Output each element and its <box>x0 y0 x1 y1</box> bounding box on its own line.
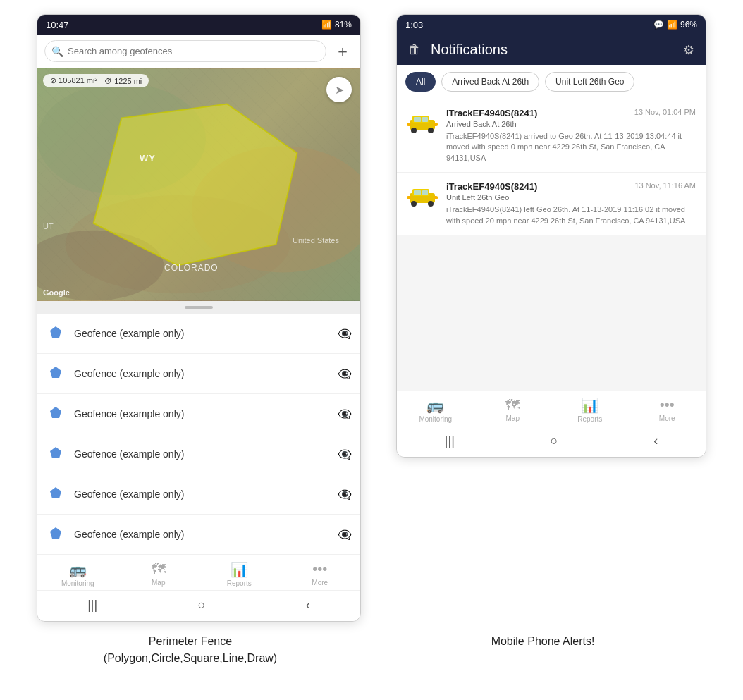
left-status-bar: 10:47 📶 81% <box>37 15 360 35</box>
svg-rect-19 <box>434 123 438 126</box>
android-menu-btn-r[interactable]: ||| <box>431 432 469 450</box>
visibility-icon[interactable]: 👁️‍🗨️ <box>338 528 352 541</box>
visibility-icon[interactable]: 👁️‍🗨️ <box>338 448 352 461</box>
map-label-wy: WY <box>140 153 156 164</box>
nav-item-right-more[interactable]: ••• More <box>646 397 688 423</box>
nav-label: Reports <box>577 415 602 423</box>
geo-shape-icon <box>46 364 66 383</box>
notif-item-body: iTrackEF4940S(8241) left Geo 26th. At 11… <box>446 204 696 226</box>
android-nav-right: ||| ○ ‹ <box>397 426 706 457</box>
right-time: 1:03 <box>405 20 423 30</box>
notif-item[interactable]: iTrackEF4940S(8241) 13 Nov, 01:04 PM Arr… <box>397 99 706 173</box>
notif-item-body: iTrackEF4940S(8241) arrived to Geo 26th.… <box>446 131 696 164</box>
geo-shape-icon <box>46 324 66 343</box>
notif-content: iTrackEF4940S(8241) 13 Nov, 01:04 PM Arr… <box>446 108 696 164</box>
settings-icon[interactable]: ⚙ <box>683 42 694 58</box>
battery-right: 96% <box>680 20 697 30</box>
delete-icon[interactable]: 🗑 <box>408 42 421 57</box>
car-icon <box>407 186 438 207</box>
android-home-btn[interactable]: ○ <box>184 596 220 614</box>
map-area-stat: ⊘ 105821 mi² <box>50 76 97 85</box>
geofence-list: Geofence (example only) 👁️‍🗨️ Geofence (… <box>37 314 360 555</box>
geo-shape-icon <box>46 404 66 424</box>
wifi-icon: 📶 <box>321 20 332 30</box>
left-phone: 10:47 📶 81% 🔍 ＋ <box>37 14 361 622</box>
nav-icon: ••• <box>660 397 675 413</box>
android-back-btn[interactable]: ‹ <box>292 596 324 614</box>
geo-item-name: Geofence (example only) <box>74 328 329 339</box>
notif-title: Notifications <box>431 42 673 58</box>
wifi-icon-right: 📶 <box>667 20 677 30</box>
svg-marker-8 <box>50 407 61 418</box>
geo-list-item[interactable]: Geofence (example only) 👁️‍🗨️ <box>37 434 360 474</box>
notif-item[interactable]: iTrackEF4940S(8241) 13 Nov, 11:16 AM Uni… <box>397 173 706 235</box>
notif-empty-area <box>397 235 706 391</box>
map-label-colorado: COLORADO <box>164 263 219 273</box>
nav-icon: ••• <box>312 561 327 577</box>
nav-icon: 🗺 <box>152 561 166 577</box>
nav-item-reports[interactable]: 📊 Reports <box>218 561 260 587</box>
geo-list-item[interactable]: Geofence (example only) 👁️‍🗨️ <box>37 474 360 515</box>
geo-shape-icon <box>46 484 66 504</box>
geo-list-item[interactable]: Geofence (example only) 👁️‍🗨️ <box>37 515 360 555</box>
notif-car-icon <box>407 108 438 139</box>
nav-icon: 🚌 <box>426 397 444 414</box>
geo-item-name: Geofence (example only) <box>74 448 329 460</box>
nav-item-right-reports[interactable]: 📊 Reports <box>569 397 611 423</box>
nav-icon: 📊 <box>581 397 598 414</box>
nav-item-right-map[interactable]: 🗺 Map <box>491 397 534 423</box>
google-label: Google <box>43 288 70 297</box>
svg-rect-16 <box>414 117 421 122</box>
nav-label: More <box>312 579 328 587</box>
filter-tab-all[interactable]: All <box>405 72 436 92</box>
geo-shape-icon <box>46 444 66 464</box>
filter-tab-unit-left-26th-geo[interactable]: Unit Left 26th Geo <box>545 72 634 92</box>
svg-rect-17 <box>422 117 428 122</box>
notif-car-icon <box>407 181 438 212</box>
geo-shape-icon <box>46 524 66 544</box>
add-geofence-button[interactable]: ＋ <box>332 41 353 62</box>
visibility-icon[interactable]: 👁️‍🗨️ <box>338 327 352 340</box>
map-label-us: United States <box>293 236 339 245</box>
svg-rect-27 <box>434 196 438 199</box>
nav-item-monitoring[interactable]: 🚌 Monitoring <box>56 561 99 587</box>
geo-item-name: Geofence (example only) <box>74 529 329 540</box>
bottom-nav-left: 🚌 Monitoring 🗺 Map 📊 Reports ••• More <box>37 555 360 590</box>
nav-label: More <box>659 415 675 422</box>
nav-item-right-monitoring[interactable]: 🚌 Monitoring <box>415 397 457 423</box>
caption-left: Perimeter Fence (Polygon,Circle,Square,L… <box>28 633 352 667</box>
notif-content: iTrackEF4940S(8241) 13 Nov, 11:16 AM Uni… <box>446 181 696 226</box>
geo-item-name: Geofence (example only) <box>74 489 329 500</box>
car-icon <box>407 113 438 134</box>
nav-item-more[interactable]: ••• More <box>299 561 341 587</box>
svg-rect-18 <box>407 123 411 126</box>
nav-label: Monitoring <box>61 579 94 587</box>
map-label-ut: UT <box>43 222 54 231</box>
geo-search-bar: 🔍 ＋ <box>37 35 360 68</box>
left-time: 10:47 <box>46 20 69 30</box>
geo-item-name: Geofence (example only) <box>74 368 329 379</box>
filter-tab-arrived-back-at-26th[interactable]: Arrived Back At 26th <box>441 72 539 92</box>
svg-point-22 <box>411 201 417 207</box>
nav-label: Map <box>506 415 520 422</box>
notif-item-subtitle: Arrived Back At 26th <box>446 120 696 128</box>
geo-list-item[interactable]: Geofence (example only) 👁️‍🗨️ <box>37 394 360 434</box>
nav-icon: 📊 <box>231 561 248 578</box>
visibility-icon[interactable]: 👁️‍🗨️ <box>338 488 352 501</box>
notif-item-subtitle: Unit Left 26th Geo <box>446 193 696 202</box>
geo-list-item[interactable]: Geofence (example only) 👁️‍🗨️ <box>37 354 360 394</box>
svg-marker-11 <box>50 527 61 539</box>
android-menu-btn[interactable]: ||| <box>73 596 111 614</box>
map-area[interactable]: ⊘ 105821 mi² ⏱ 1225 mi WY COLORADO Unite… <box>37 68 360 301</box>
search-input[interactable] <box>44 40 326 62</box>
android-home-btn-r[interactable]: ○ <box>536 432 572 450</box>
compass-button[interactable]: ➤ <box>326 77 352 102</box>
search-icon: 🔍 <box>51 46 63 57</box>
nav-label: Reports <box>227 579 252 587</box>
visibility-icon[interactable]: 👁️‍🗨️ <box>338 367 352 381</box>
android-nav-left: ||| ○ ‹ <box>37 590 360 621</box>
nav-item-map[interactable]: 🗺 Map <box>137 561 180 587</box>
visibility-icon[interactable]: 👁️‍🗨️ <box>338 407 352 421</box>
geo-list-item[interactable]: Geofence (example only) 👁️‍🗨️ <box>37 314 360 354</box>
android-back-btn-r[interactable]: ‹ <box>639 432 672 450</box>
